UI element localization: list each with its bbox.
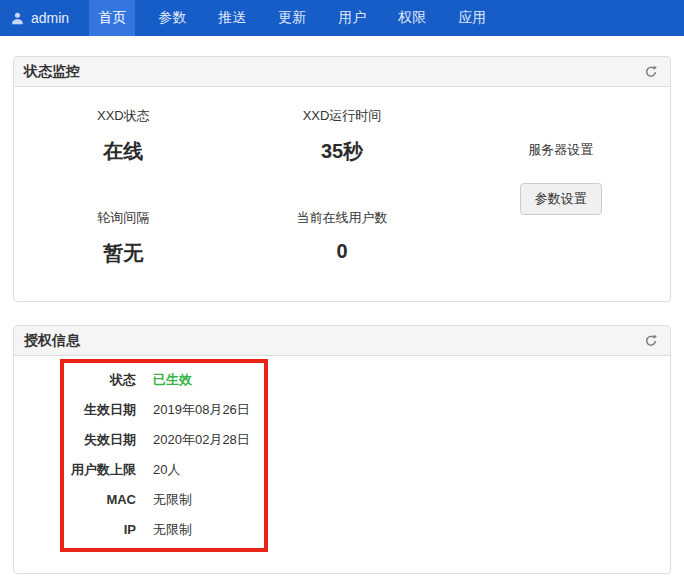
nav-item-users[interactable]: 用户 (329, 0, 375, 36)
license-row-label: 状态 (64, 365, 136, 395)
license-table: 状态 已生效 生效日期 2019年08月26日 失效日期 2020年02月28日… (64, 365, 264, 545)
license-row-value: 2019年08月26日 (136, 395, 264, 425)
license-row-value: 无限制 (136, 485, 264, 515)
license-row-value: 无限制 (136, 515, 264, 545)
license-row-label: 生效日期 (64, 395, 136, 425)
license-panel-body: 状态 已生效 生效日期 2019年08月26日 失效日期 2020年02月28日… (14, 356, 670, 573)
table-row: IP 无限制 (64, 515, 264, 545)
table-row: 失效日期 2020年02月28日 (64, 425, 264, 455)
server-settings-column: 服务器设置 参数设置 (451, 107, 670, 267)
nav-item-permissions[interactable]: 权限 (389, 0, 435, 36)
table-row: MAC 无限制 (64, 485, 264, 515)
status-panel-body: XXD状态 在线 轮询间隔 暂无 XXD运行时间 35秒 当前在线用户数 0 (14, 87, 670, 301)
stat-poll-interval: 轮询间隔 暂无 (14, 209, 233, 267)
license-row-label: MAC (64, 485, 136, 515)
nav-item-apps[interactable]: 应用 (449, 0, 495, 36)
status-monitor-panel: 状态监控 XXD状态 在线 轮询间隔 暂无 (13, 56, 671, 302)
top-navbar: admin 首页 参数 推送 更新 用户 权限 应用 (0, 0, 684, 36)
red-highlight-box: 状态 已生效 生效日期 2019年08月26日 失效日期 2020年02月28日… (60, 359, 268, 552)
username-label: admin (31, 10, 69, 26)
nav-item-push[interactable]: 推送 (209, 0, 255, 36)
stat-label: 当前在线用户数 (233, 209, 452, 227)
table-row: 用户数上限 20人 (64, 455, 264, 485)
stat-xxd-status: XXD状态 在线 (14, 107, 233, 165)
stat-label: XXD运行时间 (233, 107, 452, 125)
license-row-label: 失效日期 (64, 425, 136, 455)
user-menu[interactable]: admin (0, 0, 73, 36)
refresh-icon[interactable] (642, 332, 660, 350)
stat-value: 暂无 (14, 240, 233, 267)
license-panel-heading: 授权信息 (14, 326, 670, 356)
license-row-value: 已生效 (136, 365, 264, 395)
user-icon (10, 11, 25, 26)
page-content: 状态监控 XXD状态 在线 轮询间隔 暂无 (0, 56, 684, 574)
stat-value: 35秒 (233, 138, 452, 165)
license-info-panel: 授权信息 状态 已生效 生效日期 2019年08月26日 (13, 325, 671, 574)
license-row-label: 用户数上限 (64, 455, 136, 485)
stat-value: 在线 (14, 138, 233, 165)
status-column-2: XXD运行时间 35秒 当前在线用户数 0 (233, 107, 452, 267)
nav-item-params[interactable]: 参数 (149, 0, 195, 36)
nav-item-update[interactable]: 更新 (269, 0, 315, 36)
table-row: 状态 已生效 (64, 365, 264, 395)
license-row-value: 2020年02月28日 (136, 425, 264, 455)
table-row: 生效日期 2019年08月26日 (64, 395, 264, 425)
status-panel-title: 状态监控 (24, 63, 80, 81)
stat-online-users: 当前在线用户数 0 (233, 209, 452, 263)
license-row-value: 20人 (136, 455, 264, 485)
main-nav: 首页 参数 推送 更新 用户 权限 应用 (82, 0, 502, 36)
refresh-icon[interactable] (642, 63, 660, 81)
nav-item-home[interactable]: 首页 (89, 0, 135, 36)
status-column-1: XXD状态 在线 轮询间隔 暂无 (14, 107, 233, 267)
license-row-label: IP (64, 515, 136, 545)
param-settings-button[interactable]: 参数设置 (520, 183, 602, 215)
stat-label: XXD状态 (14, 107, 233, 125)
status-panel-heading: 状态监控 (14, 57, 670, 87)
stat-xxd-uptime: XXD运行时间 35秒 (233, 107, 452, 165)
stat-label: 轮询间隔 (14, 209, 233, 227)
stat-value: 0 (233, 240, 452, 263)
license-panel-title: 授权信息 (24, 332, 80, 350)
server-settings-label: 服务器设置 (451, 141, 670, 159)
